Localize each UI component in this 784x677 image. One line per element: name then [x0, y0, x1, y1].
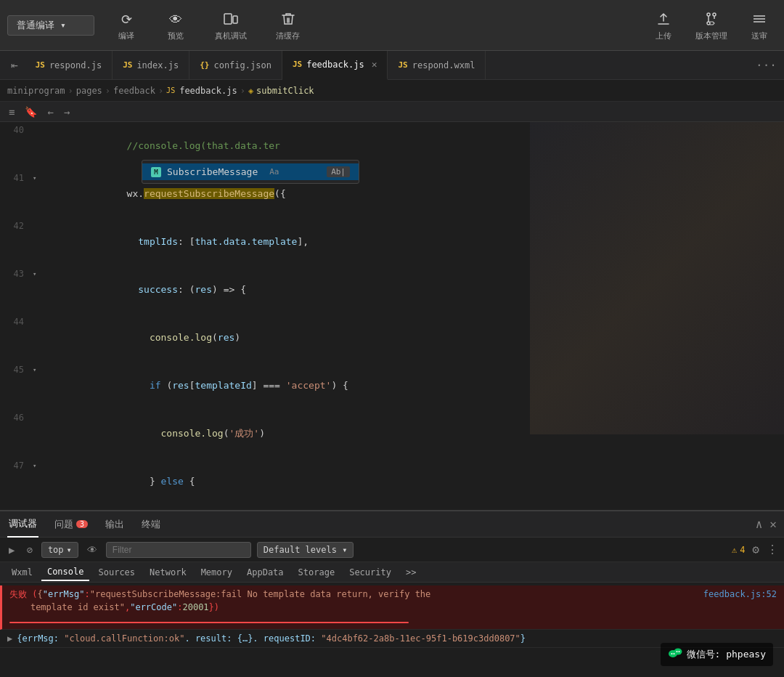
- compile-label: 编译: [118, 31, 134, 41]
- appdata-tab[interactable]: AppData: [241, 564, 290, 580]
- send-icon: [749, 9, 769, 29]
- back-icon[interactable]: ←: [44, 105, 56, 119]
- toolbar: 普通编译 ▾ ⟳ 编译 👁 预览 真机调试 清缓存: [0, 0, 784, 51]
- console-toolbar: ▶ ⊘ top ▾ 👁 Default levels ▾ ⚠ 4 ⚙ ⋮: [0, 538, 784, 562]
- error-file-reference[interactable]: feedback.js:52: [703, 588, 777, 601]
- close-tab-icon[interactable]: ✕: [372, 59, 377, 70]
- breadcrumb-symbol-icon: ◈: [248, 86, 253, 96]
- editor-tabs: ⇤ JS respond.js JS index.js {} config.js…: [0, 51, 784, 80]
- log-level-selector[interactable]: Default levels ▾: [257, 542, 354, 558]
- close-devtools-icon[interactable]: ✕: [769, 517, 777, 531]
- storage-tab[interactable]: Storage: [293, 564, 341, 580]
- devtools-tab-bar: 调试器 问题 3 输出 终端 ∧ ✕: [0, 511, 784, 538]
- svg-point-9: [674, 649, 682, 655]
- code-line: 45 ▾ if (res[templateId] === 'accept') {: [0, 362, 784, 410]
- tab-respond-wxml[interactable]: JS respond.wxml: [388, 51, 486, 80]
- play-button[interactable]: ▶: [6, 541, 17, 559]
- console-tab[interactable]: Console: [41, 564, 90, 581]
- memory-tab-label: Memory: [201, 567, 232, 577]
- more-tabs-icon: >>: [406, 567, 416, 577]
- breadcrumb-feedback-js: feedback.js: [179, 86, 237, 96]
- more-tabs-button[interactable]: >>: [400, 564, 422, 580]
- collapse-icon[interactable]: ∧: [756, 517, 763, 531]
- network-tab-label: Network: [150, 567, 187, 577]
- js-icon: JS: [123, 60, 132, 70]
- network-tab[interactable]: Network: [144, 564, 192, 580]
- tab-feedback-js[interactable]: JS feedback.js ✕: [282, 51, 388, 80]
- error-message-cont: template id exist","errCode":20001}): [9, 602, 219, 612]
- console-filter-input[interactable]: [106, 542, 251, 558]
- issues-count-badge: 3: [76, 520, 88, 528]
- tab-config-json-label: config.json: [213, 60, 271, 70]
- security-tab[interactable]: Security: [343, 564, 397, 580]
- devtools-tab-debugger[interactable]: 调试器: [7, 511, 38, 538]
- console-tab-label: Console: [47, 567, 84, 577]
- stop-button[interactable]: ⊘: [23, 541, 35, 559]
- bookmark-icon[interactable]: 🔖: [22, 105, 40, 119]
- console-error-line: 失败 ({"errMsg":"requestSubscribeMessage:f…: [0, 585, 784, 630]
- compile-button[interactable]: ⟳ 编译: [109, 6, 144, 44]
- code-lines: 40 //console.log(that.data.ter 41 ▾ wx.r…: [0, 122, 784, 510]
- svg-point-13: [678, 651, 679, 652]
- compile-dropdown[interactable]: 普通编译 ▾: [7, 15, 94, 36]
- device-icon: [221, 9, 241, 29]
- code-line: 43 ▾ success: (res) => {: [0, 266, 784, 314]
- devtools-panel-controls: ∧ ✕: [756, 517, 777, 531]
- wechat-icon: [668, 646, 682, 663]
- sidebar-toggle-button[interactable]: ⇤: [4, 51, 25, 80]
- tab-respond-js[interactable]: JS respond.js: [25, 51, 113, 80]
- editor-main: 40 //console.log(that.data.ter 41 ▾ wx.r…: [0, 122, 784, 510]
- device-debug-button[interactable]: 真机调试: [208, 6, 254, 44]
- more-options-icon[interactable]: ⋮: [767, 543, 778, 556]
- wxml-tab[interactable]: Wxml: [6, 564, 38, 580]
- settings-icon[interactable]: ⚙: [752, 543, 759, 556]
- svg-point-12: [676, 651, 677, 652]
- upload-icon: [653, 9, 674, 29]
- code-line: 47 ▾ } else {: [0, 458, 784, 506]
- tabs-overflow-button[interactable]: ···: [748, 51, 784, 80]
- object-preview: {errMsg: "cloud.callFunction:ok". result…: [17, 633, 526, 644]
- code-editor[interactable]: 40 //console.log(that.data.ter 41 ▾ wx.r…: [0, 122, 784, 510]
- breadcrumb-pages: pages: [76, 86, 102, 96]
- clean-cache-button[interactable]: 清缓存: [269, 6, 307, 44]
- eye-icon: 👁: [166, 9, 186, 29]
- upload-button[interactable]: 上传: [646, 6, 681, 44]
- toolbar-right: 上传 版本管理 送审: [646, 6, 777, 44]
- send-label: 送审: [751, 31, 767, 41]
- context-selector[interactable]: top ▾: [41, 542, 78, 558]
- list-icon[interactable]: ≡: [6, 105, 17, 119]
- send-button[interactable]: 送审: [742, 6, 777, 44]
- devtools-tab-issues[interactable]: 问题 3: [53, 511, 89, 538]
- svg-rect-0: [224, 14, 232, 24]
- security-tab-label: Security: [349, 567, 391, 577]
- devtools-tab-terminal-label: 终端: [142, 518, 160, 531]
- tab-config-json[interactable]: {} config.json: [189, 51, 282, 80]
- sources-tab-label: Sources: [98, 567, 135, 577]
- code-line: 44 console.log(res): [0, 314, 784, 362]
- tab-index-js[interactable]: JS index.js: [113, 51, 189, 80]
- svg-point-11: [673, 653, 674, 654]
- memory-tab[interactable]: Memory: [195, 564, 238, 580]
- svg-point-3: [713, 13, 716, 16]
- clean-label: 清缓存: [276, 31, 300, 41]
- version-button[interactable]: 版本管理: [688, 6, 735, 44]
- forward-icon[interactable]: →: [61, 105, 73, 119]
- devtools-tab-terminal[interactable]: 终端: [140, 511, 162, 538]
- sources-tab[interactable]: Sources: [92, 564, 141, 580]
- console-sub-tabs: Wxml Console Sources Network Memory AppD…: [0, 562, 784, 583]
- js-icon: JS: [36, 60, 45, 70]
- clean-icon: [278, 9, 298, 29]
- autocomplete-match-toggle[interactable]: Ab|: [327, 166, 350, 177]
- devtools-tab-output-label: 输出: [105, 518, 124, 531]
- autocomplete-item[interactable]: M SubscribeMessage Aa Ab|: [142, 163, 359, 180]
- tab-respond-js-label: respond.js: [49, 60, 102, 70]
- expand-arrow-icon[interactable]: ▶: [7, 632, 12, 645]
- eye-icon[interactable]: 👁: [84, 541, 100, 559]
- preview-button[interactable]: 👁 预览: [158, 6, 193, 44]
- breadcrumb-miniprogram: miniprogram: [7, 86, 65, 96]
- chevron-down-icon: ▾: [67, 545, 72, 555]
- version-icon: [701, 9, 722, 29]
- code-line: 42 tmplIds: [that.data.template],: [0, 218, 784, 266]
- wxml-icon: JS: [398, 60, 407, 70]
- devtools-tab-output[interactable]: 输出: [104, 511, 126, 538]
